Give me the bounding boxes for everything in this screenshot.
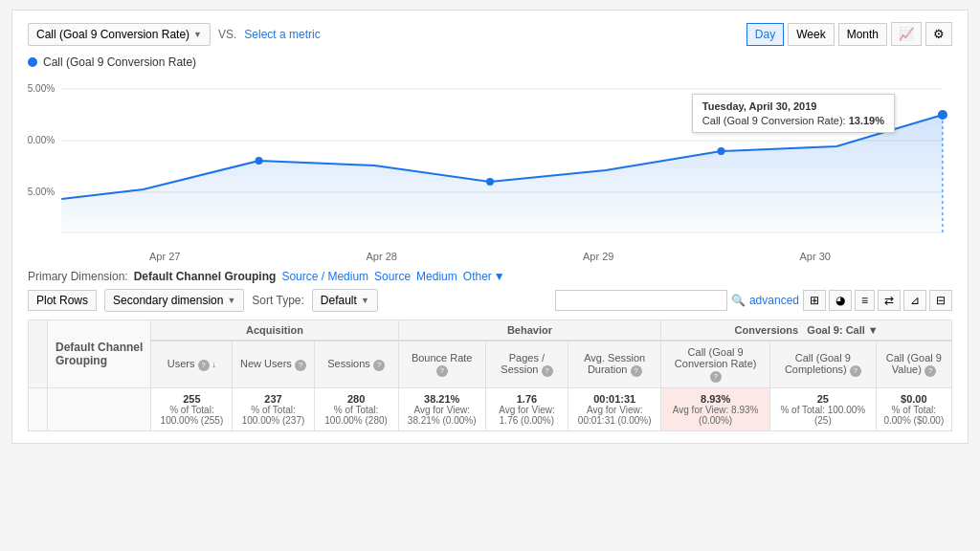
dimension-col-header: Default Channel Grouping [48,320,151,388]
select-metric-link[interactable]: Select a metric [244,28,320,41]
dim-link-medium[interactable]: Medium [416,270,457,283]
row-dimension [48,388,151,431]
cell-sessions: 280 % of Total: 100.00% (280) [314,388,398,431]
chart-legend: Call (Goal 9 Conversion Rate) [28,55,952,69]
checkbox-col-header [29,320,48,388]
sort-type-label: Sort Type: [252,294,303,307]
primary-dim-label: Primary Dimension: [28,270,128,283]
cell-value: $0.00 % of Total: 0.00% ($0.00) [876,388,951,431]
new-users-header: New Users ? [233,341,314,388]
metric1-label: Call (Goal 9 Conversion Rate) [36,28,189,41]
dropdown-arrow: ▼ [193,30,202,39]
search-box: 🔍 advanced ⊞ ◕ ≡ ⇄ ⊿ ⊟ [555,290,952,311]
x-label-2: Apr 29 [583,251,613,262]
metric-selector: Call (Goal 9 Conversion Rate) ▼ VS. Sele… [28,23,321,46]
bounce-info-icon[interactable]: ? [436,365,448,377]
conversion-rate-header: Call (Goal 9 Conversion Rate) ? [661,341,770,388]
conversions-header: Conversions Goal 9: Call ▼ [661,320,952,342]
pivot-view-button[interactable]: ⇄ [878,290,901,311]
completions-header: Call (Goal 9 Completions) ? [769,341,876,388]
svg-point-10 [717,147,724,155]
day-button[interactable]: Day [746,23,784,46]
table-controls: Plot Rows Secondary dimension ▼ Sort Typ… [28,289,952,312]
cell-new-users: 237 % of Total: 100.00% (237) [233,388,314,431]
secondary-dim-dropdown[interactable]: Secondary dimension ▼ [104,289,244,312]
pie-view-button[interactable]: ◕ [829,290,852,311]
secondary-dim-label: Secondary dimension [113,294,223,307]
primary-dim-active: Default Channel Grouping [134,270,277,283]
chart-area: 15.00% 10.00% 5.00% [28,75,952,247]
x-label-3: Apr 30 [800,251,831,262]
primary-dimension-row: Primary Dimension: Default Channel Group… [28,270,952,283]
cell-completions: 25 % of Total: 100.00% (25) [769,388,876,431]
vs-label: VS. [218,28,236,41]
other-arrow-icon: ▼ [494,270,505,283]
secondary-dim-arrow: ▼ [227,296,235,305]
cell-avg-duration: 00:01:31 Avg for View: 00:01:31 (0.00%) [568,388,661,431]
cell-bounce-rate: 38.21% Avg for View: 38.21% (0.00%) [398,388,485,431]
goal-dropdown[interactable]: Goal 9: Call ▼ [807,324,878,336]
pages-session-header: Pages / Session ? [485,341,568,388]
legend-dot [28,57,37,67]
users-info-icon[interactable]: ? [198,360,210,371]
dim-link-other[interactable]: Other ▼ [463,270,505,283]
behavior-header: Behavior [398,320,661,342]
pages-info-icon[interactable]: ? [542,365,553,377]
acquisition-header: Acquisition [151,320,398,342]
x-axis: Apr 27 Apr 28 Apr 29 Apr 30 [28,251,952,262]
chart-svg: 15.00% 10.00% 5.00% [28,75,952,247]
table-view-button[interactable]: ≡ [855,290,875,311]
avg-duration-header: Avg. Session Duration ? [568,341,661,388]
advanced-link[interactable]: advanced [749,294,799,307]
svg-text:10.00%: 10.00% [28,135,55,145]
cell-conversion-rate: 8.93% Avg for View: 8.93% (0.00%) [661,388,770,431]
sessions-info-icon[interactable]: ? [373,360,385,371]
search-icon[interactable]: 🔍 [731,294,746,307]
users-sort-arrow[interactable]: ↓ [212,360,217,369]
value-header: Call (Goal 9 Value) ? [876,341,951,388]
svg-point-8 [255,157,262,165]
plot-rows-button[interactable]: Plot Rows [28,290,97,311]
analytics-container: Call (Goal 9 Conversion Rate) ▼ VS. Sele… [11,10,969,444]
sessions-header: Sessions ? [314,341,398,388]
cell-pages-session: 1.76 Avg for View: 1.76 (0.00%) [485,388,568,431]
dim-link-source-medium[interactable]: Source / Medium [281,270,368,283]
svg-marker-7 [61,115,943,232]
new-users-info-icon[interactable]: ? [295,360,306,371]
users-header: Users ? ↓ [151,341,233,388]
bar-chart-button[interactable]: ⚙ [925,22,952,46]
conv-rate-info-icon[interactable]: ? [710,371,722,383]
x-label-0: Apr 27 [149,251,180,262]
svg-text:5.00%: 5.00% [28,187,55,197]
dim-link-source[interactable]: Source [374,270,411,283]
funnel-view-button[interactable]: ⊿ [903,290,926,311]
view-icons: ⊞ ◕ ≡ ⇄ ⊿ ⊟ [803,290,952,311]
line-chart-button[interactable]: 📈 [891,22,922,46]
sort-arrow-icon: ▼ [361,296,369,305]
svg-text:15.00%: 15.00% [28,83,55,94]
time-controls: Day Week Month 📈 ⚙ [746,22,952,46]
goal-dropdown-arrow: ▼ [868,324,879,336]
value-info-icon[interactable]: ? [924,365,936,377]
metric1-dropdown[interactable]: Call (Goal 9 Conversion Rate) ▼ [28,23,211,46]
svg-point-9 [486,178,494,186]
x-label-1: Apr 28 [367,251,397,262]
data-table: Default Channel Grouping Acquisition Beh… [28,320,952,431]
custom-view-button[interactable]: ⊟ [929,290,952,311]
week-button[interactable]: Week [788,23,834,46]
cell-users: 255 % of Total: 100.00% (255) [151,388,233,431]
month-button[interactable]: Month [838,23,887,46]
grid-view-button[interactable]: ⊞ [803,290,826,311]
sort-default-dropdown[interactable]: Default ▼ [312,289,378,312]
sort-default-label: Default [321,294,357,307]
table-row: 255 % of Total: 100.00% (255) 237 % of T… [29,388,952,431]
top-controls: Call (Goal 9 Conversion Rate) ▼ VS. Sele… [28,22,952,46]
row-checkbox [29,388,48,431]
duration-info-icon[interactable]: ? [631,365,642,377]
search-input[interactable] [555,290,727,311]
completions-info-icon[interactable]: ? [850,365,861,377]
bounce-rate-header: Bounce Rate ? [398,341,485,388]
legend-label: Call (Goal 9 Conversion Rate) [43,55,196,69]
